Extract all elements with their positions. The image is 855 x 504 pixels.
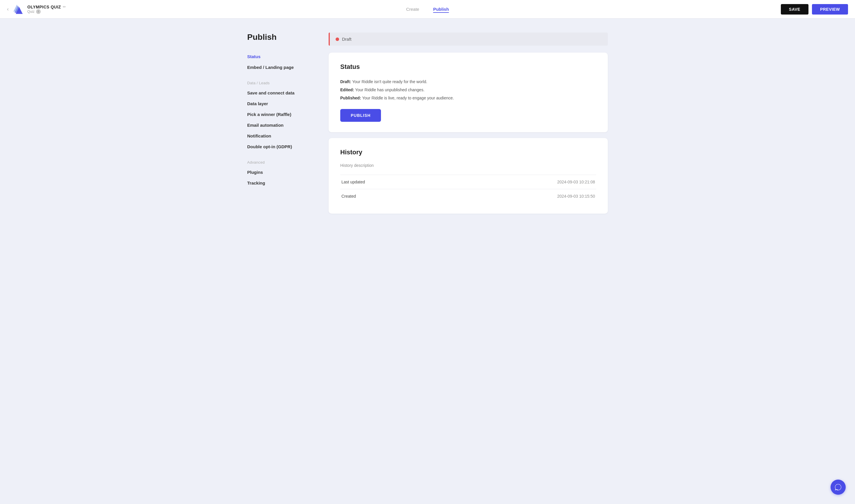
sidebar-item-data-layer[interactable]: Data layer	[247, 98, 311, 109]
history-created-value: 2024-09-03 10:15:50	[441, 189, 596, 203]
sidebar-item-save-data[interactable]: Save and connect data	[247, 88, 311, 98]
sidebar-item-embed[interactable]: Embed / Landing page	[247, 62, 311, 73]
status-line-published: Published: Your Riddle is live, ready to…	[340, 94, 596, 102]
header-left: ‹ OLYMPICS QUIZ ✏ Quiz i	[7, 3, 71, 15]
status-card: Status Draft: Your Riddle isn't quite re…	[329, 53, 608, 132]
status-line-draft: Draft: Your Riddle isn't quite ready for…	[340, 78, 596, 86]
history-row-created: Created 2024-09-03 10:15:50	[340, 189, 596, 203]
header-title-block: OLYMPICS QUIZ ✏ Quiz i	[27, 5, 66, 14]
history-table: Last updated 2024-09-03 10:21:08 Created…	[340, 175, 596, 203]
header-subtitle-row: Quiz i	[27, 9, 66, 14]
draft-bar: Draft	[329, 33, 608, 46]
nav-publish[interactable]: Publish	[433, 5, 449, 13]
nav-create[interactable]: Create	[406, 5, 419, 13]
info-icon[interactable]: i	[36, 9, 41, 14]
history-card: History History description Last updated…	[329, 138, 608, 214]
sidebar-item-tracking[interactable]: Tracking	[247, 178, 311, 188]
header-title-row: OLYMPICS QUIZ ✏	[27, 5, 66, 9]
sidebar-item-gdpr[interactable]: Double opt-in (GDPR)	[247, 141, 311, 152]
history-description: History description	[340, 163, 596, 168]
history-updated-label: Last updated	[340, 175, 441, 189]
status-edited-value: Your Riddle has unpublished changes.	[355, 88, 424, 92]
sidebar-section-advanced: Advanced	[247, 158, 311, 166]
history-updated-value: 2024-09-03 10:21:08	[441, 175, 596, 189]
chat-icon	[834, 483, 842, 491]
preview-button[interactable]: PREVIEW	[812, 4, 848, 15]
history-row-updated: Last updated 2024-09-03 10:21:08	[340, 175, 596, 189]
status-description: Draft: Your Riddle isn't quite ready for…	[340, 78, 596, 102]
page-title: Publish	[247, 33, 311, 42]
history-created-label: Created	[340, 189, 441, 203]
draft-dot	[336, 37, 339, 41]
content-area: Draft Status Draft: Your Riddle isn't qu…	[329, 33, 608, 219]
sidebar-item-raffle[interactable]: Pick a winner (Raffle)	[247, 109, 311, 120]
sidebar-item-notification[interactable]: Notification	[247, 130, 311, 141]
history-card-title: History	[340, 148, 596, 156]
back-arrow-icon[interactable]: ‹	[7, 6, 9, 12]
edit-icon[interactable]: ✏	[63, 5, 66, 9]
status-published-key: Published:	[340, 96, 361, 100]
draft-label: Draft	[342, 37, 352, 41]
save-button[interactable]: SAVE	[781, 4, 808, 15]
sidebar-item-plugins[interactable]: Plugins	[247, 167, 311, 178]
chat-fab-button[interactable]	[831, 480, 846, 495]
quiz-type-label: Quiz	[27, 10, 35, 14]
sidebar-item-email-auto[interactable]: Email automation	[247, 120, 311, 130]
sidebar-item-status[interactable]: Status	[247, 51, 311, 62]
quiz-title: OLYMPICS QUIZ	[27, 5, 61, 9]
status-published-value: Your Riddle is live, ready to engage you…	[362, 96, 454, 100]
header: ‹ OLYMPICS QUIZ ✏ Quiz i Create Publish …	[0, 0, 855, 19]
publish-button[interactable]: PUBLISH	[340, 109, 381, 122]
status-draft-key: Draft:	[340, 79, 351, 84]
status-card-title: Status	[340, 63, 596, 71]
status-edited-key: Edited:	[340, 88, 354, 92]
status-draft-value: Your Riddle isn't quite ready for the wo…	[352, 79, 427, 84]
header-right: SAVE PREVIEW	[781, 4, 848, 15]
header-nav: Create Publish	[406, 5, 449, 13]
status-line-edited: Edited: Your Riddle has unpublished chan…	[340, 86, 596, 94]
sidebar: Publish Status Embed / Landing page Data…	[247, 33, 311, 219]
sidebar-section-data-leads: Data / Leads	[247, 78, 311, 86]
main-content: Publish Status Embed / Landing page Data…	[224, 19, 631, 233]
logo-icon	[12, 3, 24, 15]
